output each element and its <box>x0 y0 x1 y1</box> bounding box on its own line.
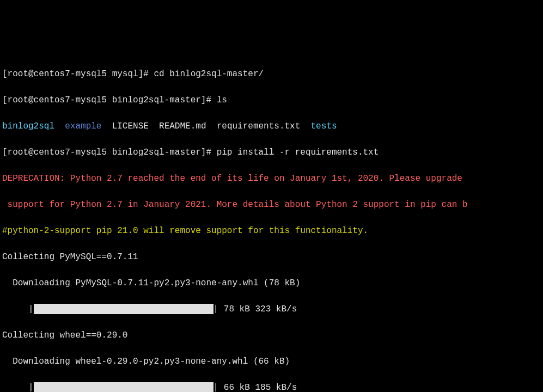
command-line: [root@centos7-mysql5 binlog2sql-master]#… <box>2 146 541 159</box>
pip-output: Downloading wheel-0.29.0-py2.py3-none-an… <box>2 355 541 368</box>
progress-bar <box>34 304 213 314</box>
terminal-output[interactable]: [root@centos7-mysql5 mysql]# cd binlog2s… <box>2 54 541 392</box>
progress-bar <box>34 382 213 392</box>
progress-line: || 78 kB 323 kB/s <box>2 303 541 316</box>
ls-output: binlog2sql example LICENSE README.md req… <box>2 120 541 133</box>
deprecation-warning: #python-2-support pip 21.0 will remove s… <box>2 224 541 237</box>
deprecation-warning: support for Python 2.7 in January 2021. … <box>2 198 541 211</box>
pip-output: Downloading PyMySQL-0.7.11-py2.py3-none-… <box>2 277 541 290</box>
command-line: [root@centos7-mysql5 mysql]# cd binlog2s… <box>2 68 541 81</box>
command-line: [root@centos7-mysql5 binlog2sql-master]#… <box>2 94 541 107</box>
pip-output: Collecting wheel==0.29.0 <box>2 329 541 342</box>
progress-line: || 66 kB 185 kB/s <box>2 381 541 392</box>
deprecation-warning: DEPRECATION: Python 2.7 reached the end … <box>2 172 541 185</box>
pip-output: Collecting PyMySQL==0.7.11 <box>2 250 541 264</box>
